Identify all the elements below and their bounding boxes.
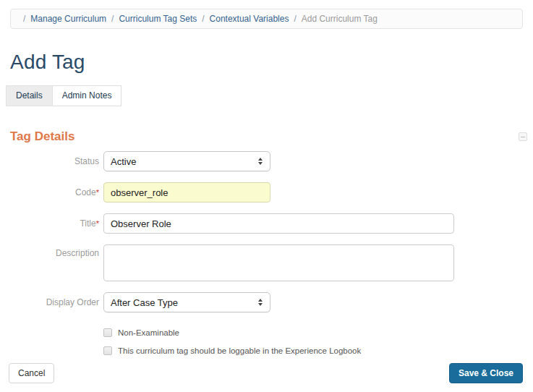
non-examinable-label: Non-Examinable bbox=[118, 328, 179, 337]
title-input[interactable] bbox=[103, 213, 454, 234]
status-row: Status Active bbox=[0, 151, 533, 171]
display-order-label: Display Order bbox=[0, 297, 99, 307]
select-stepper-icon bbox=[258, 158, 263, 165]
breadcrumb-separator: / bbox=[294, 14, 296, 24]
description-label: Description bbox=[0, 244, 99, 258]
required-asterisk: * bbox=[96, 188, 99, 197]
non-examinable-checkbox[interactable] bbox=[103, 328, 112, 337]
display-order-select[interactable]: After Case Type bbox=[103, 292, 270, 312]
breadcrumb-link-curriculum-tag-sets[interactable]: Curriculum Tag Sets bbox=[119, 14, 197, 24]
code-label-text: Code bbox=[75, 187, 96, 197]
tab-details[interactable]: Details bbox=[6, 85, 53, 106]
display-order-row: Display Order After Case Type bbox=[0, 292, 533, 312]
required-asterisk: * bbox=[96, 219, 99, 228]
loggable-checkbox-row[interactable]: This curriculum tag should be loggable i… bbox=[103, 346, 533, 355]
breadcrumb-separator: / bbox=[23, 14, 25, 24]
loggable-label: This curriculum tag should be loggable i… bbox=[118, 346, 361, 355]
description-textarea[interactable] bbox=[103, 244, 454, 281]
display-order-selected-value: After Case Type bbox=[111, 297, 178, 308]
non-examinable-checkbox-row[interactable]: Non-Examinable bbox=[103, 328, 533, 337]
cancel-button[interactable]: Cancel bbox=[9, 363, 54, 383]
breadcrumb-link-contextual-variables[interactable]: Contextual Variables bbox=[210, 14, 289, 24]
breadcrumb-link-manage-curriculum[interactable]: Manage Curriculum bbox=[30, 14, 106, 24]
title-label: Title* bbox=[0, 218, 99, 229]
loggable-checkbox[interactable] bbox=[103, 346, 112, 355]
code-row: Code* bbox=[0, 182, 533, 203]
tag-details-form: Status Active Code* Title* Description D… bbox=[0, 151, 533, 355]
tab-admin-notes[interactable]: Admin Notes bbox=[53, 85, 122, 106]
checkbox-group: Non-Examinable This curriculum tag shoul… bbox=[103, 328, 533, 355]
breadcrumb-separator: / bbox=[111, 14, 114, 24]
title-row: Title* bbox=[0, 213, 533, 234]
tab-bar: Details Admin Notes bbox=[6, 85, 533, 106]
footer-bar: Cancel Save & Close bbox=[9, 363, 523, 383]
select-stepper-icon bbox=[258, 299, 263, 306]
title-label-text: Title bbox=[80, 218, 95, 229]
collapse-section-icon[interactable] bbox=[519, 132, 527, 141]
code-input[interactable] bbox=[103, 182, 270, 203]
description-row: Description bbox=[0, 244, 533, 281]
breadcrumb-current-add-curriculum-tag: Add Curriculum Tag bbox=[302, 14, 378, 24]
page-title: Add Tag bbox=[10, 51, 533, 74]
status-select[interactable]: Active bbox=[103, 151, 270, 171]
code-label: Code* bbox=[0, 187, 99, 197]
status-selected-value: Active bbox=[111, 156, 136, 167]
save-close-button[interactable]: Save & Close bbox=[449, 363, 523, 383]
status-label: Status bbox=[0, 156, 99, 166]
section-header: Tag Details bbox=[10, 129, 527, 144]
section-title: Tag Details bbox=[10, 129, 74, 144]
breadcrumb-separator: / bbox=[202, 14, 204, 24]
breadcrumb: / Manage Curriculum / Curriculum Tag Set… bbox=[10, 9, 523, 29]
